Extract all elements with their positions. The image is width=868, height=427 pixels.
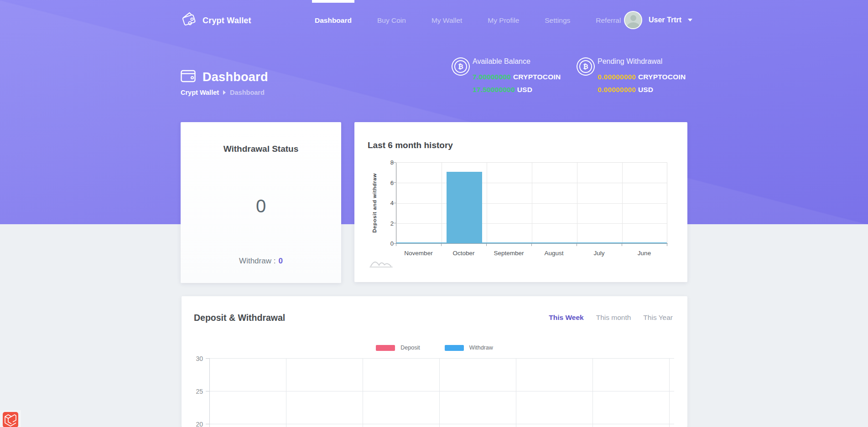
available-balance-coin: 7.00000000CRYPTOCOIN [473, 73, 561, 81]
pending-withdrawal-coin: 0.00000000CRYPTOCOIN [598, 73, 686, 81]
history-xlabel-november: November [396, 250, 441, 257]
history-ytick-mark [393, 243, 396, 244]
gridline [396, 203, 667, 204]
dw-vertical-gridlines [209, 358, 670, 427]
history-xlabel-august: August [531, 250, 577, 257]
bitcoin-icon: ₿ [577, 57, 595, 76]
history-ytick: 8 [375, 159, 394, 166]
available-balance-usd: 17.50000000USD [473, 86, 561, 94]
history-xlabel-october: October [441, 250, 486, 257]
nav-item-settings[interactable]: Settings [545, 16, 570, 25]
page-title-row: Dashboard [181, 69, 268, 85]
available-balance-block: ₿ Available Balance 7.00000000CRYPTOCOIN… [452, 57, 561, 94]
dw-ytick: 20 [185, 421, 203, 427]
legend-label-deposit: Deposit [400, 345, 420, 351]
dw-y-axis [209, 358, 210, 427]
laravel-logo-icon [3, 412, 18, 427]
history-ytick-mark [393, 203, 396, 203]
dw-ytick: 25 [185, 388, 203, 395]
available-balance-label: Available Balance [473, 57, 561, 68]
history-title: Last 6 month history [368, 140, 453, 150]
history-ytick: 4 [375, 200, 394, 206]
history-ytick-mark [393, 223, 396, 223]
history-plot [396, 162, 667, 244]
nav-item-my-wallet[interactable]: My Wallet [431, 16, 462, 25]
tab-this-year[interactable]: This Year [643, 314, 673, 322]
history-xtick-marks [396, 244, 668, 246]
main-nav: Dashboard Buy Coin My Wallet My Profile … [315, 0, 621, 41]
withdraw-label: Withdraw : [239, 257, 275, 265]
pending-withdrawal-label: Pending Withdrawal [598, 57, 686, 68]
history-ytick: 6 [375, 180, 394, 186]
pending-usd-value: 0.00000000 [598, 86, 636, 93]
available-usd-unit: USD [517, 86, 532, 93]
legend-swatch [376, 345, 395, 351]
brand-name: Crypt Wallet [203, 16, 251, 26]
avatar-torso-shape [627, 22, 639, 29]
pending-coin-value: 0.00000000 [598, 73, 636, 81]
history-card: Last 6 month history Deposit and withdra… [354, 122, 687, 282]
gridline [209, 358, 674, 359]
breadcrumb-arrow-icon [223, 90, 226, 95]
wave-sparkline-icon [369, 257, 395, 271]
page-title: Dashboard [203, 70, 268, 84]
dw-ytick-mark [206, 358, 209, 359]
history-ytick-mark [393, 182, 396, 183]
withdrawal-status-card: Withdrawal Status 0 Withdraw :0 [181, 122, 341, 283]
withdrawal-status-title: Withdrawal Status [181, 144, 341, 154]
avatar[interactable] [624, 11, 642, 29]
wallet-logo-icon [181, 11, 198, 30]
laravel-badge[interactable] [0, 410, 21, 427]
withdrawal-status-footer: Withdraw :0 [181, 257, 341, 266]
gridline [396, 183, 667, 183]
pending-usd-unit: USD [638, 86, 653, 93]
crypt-wallet-dashboard: Crypt Wallet Dashboard Buy Coin My Walle… [0, 0, 868, 427]
history-ytick-mark [393, 162, 396, 163]
tab-this-month[interactable]: This month [596, 314, 631, 322]
legend-swatch [445, 345, 464, 351]
withdrawal-status-count: 0 [181, 196, 341, 216]
dw-ytick-mark [206, 391, 209, 391]
withdraw-value: 0 [278, 257, 282, 265]
dw-ytick-mark [206, 424, 209, 424]
available-coin-unit: CRYPTOCOIN [513, 73, 561, 81]
dw-ytick: 30 [185, 355, 203, 362]
user-menu[interactable]: User Trtrt [624, 11, 692, 29]
available-coin-value: 7.00000000 [473, 73, 511, 81]
avatar-head-shape [630, 15, 636, 21]
pending-coin-unit: CRYPTOCOIN [638, 73, 686, 81]
chart-legend: Deposit Withdraw [182, 345, 687, 351]
tab-this-week[interactable]: This Week [549, 314, 583, 322]
history-bar-october [447, 172, 482, 243]
deposit-withdrawal-title: Deposit & Withdrawal [194, 313, 285, 323]
bitcoin-icon: ₿ [452, 57, 470, 76]
history-ytick: 0 [375, 240, 394, 247]
history-xlabel-july: July [577, 250, 622, 257]
gridline [209, 424, 674, 424]
history-xlabel-june: June [622, 250, 667, 257]
pending-withdrawal-block: ₿ Pending Withdrawal 0.00000000CRYPTOCOI… [577, 57, 686, 94]
deposit-withdrawal-card: Deposit & Withdrawal This Week This mont… [182, 296, 687, 427]
dashboard-wallet-icon [181, 69, 196, 85]
legend-label-withdraw: Withdraw [469, 345, 493, 351]
chevron-down-icon [688, 19, 692, 21]
nav-item-my-profile[interactable]: My Profile [488, 16, 519, 25]
nav-item-dashboard[interactable]: Dashboard [315, 16, 352, 25]
nav-item-referral[interactable]: Referral [596, 16, 621, 25]
gridline [396, 223, 667, 224]
user-name: User Trtrt [649, 16, 681, 24]
history-zero-value-line [396, 242, 667, 243]
gridline [209, 391, 674, 391]
range-tabs: This Week This month This Year [549, 314, 673, 322]
history-y-axis [396, 163, 396, 243]
history-ytick: 2 [375, 220, 394, 227]
breadcrumb-root-link[interactable]: Crypt Wallet [181, 89, 219, 96]
history-xlabel-september: September [486, 250, 531, 257]
brand[interactable]: Crypt Wallet [181, 11, 251, 30]
breadcrumb-current: Dashboard [230, 89, 265, 96]
pending-withdrawal-usd: 0.00000000USD [598, 86, 686, 94]
breadcrumb: Crypt Wallet Dashboard [181, 89, 265, 96]
available-usd-value: 17.50000000 [473, 86, 515, 93]
nav-item-buy-coin[interactable]: Buy Coin [377, 16, 406, 25]
